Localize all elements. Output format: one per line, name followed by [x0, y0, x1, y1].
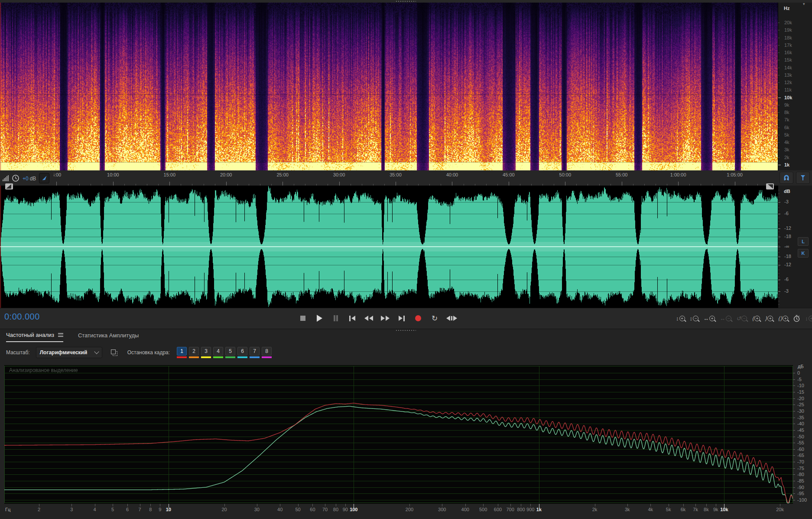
- amp-label: -18: [784, 254, 791, 259]
- ruler-tick: [226, 182, 227, 186]
- loop-playback-button[interactable]: ↻: [430, 313, 439, 323]
- panel-menu-icon[interactable]: [58, 333, 63, 337]
- chart-y-tick: [793, 373, 795, 373]
- chart-y-minitick: [793, 492, 794, 493]
- zoom-to-selection-button[interactable]: ⟨⟩+: [778, 316, 788, 321]
- frame-hold-button-1[interactable]: 1: [177, 347, 187, 358]
- frame-hold-button-4[interactable]: 4: [213, 347, 223, 358]
- clock-icon[interactable]: [12, 174, 19, 182]
- analysis-controls: Масштаб: Логарифмический Остановка кадра…: [6, 347, 272, 358]
- pin-playhead-button[interactable]: [39, 173, 49, 183]
- freq-tick: [778, 52, 780, 53]
- amp-tick: [778, 257, 780, 257]
- shuttle-button[interactable]: [446, 313, 457, 323]
- scale-label: Масштаб:: [6, 349, 30, 356]
- zoom-vertical-alt-modifier-icon: ↕: [805, 316, 808, 321]
- freq-label: 13k: [784, 73, 792, 78]
- snap-button[interactable]: [780, 172, 793, 184]
- channel-button-l[interactable]: L: [798, 237, 809, 246]
- freq-tick: [778, 157, 780, 158]
- spectrogram-canvas[interactable]: [0, 3, 778, 170]
- ruler-time-label: 20:00: [220, 172, 232, 177]
- marker-button[interactable]: [796, 172, 810, 184]
- frame-hold-button-6[interactable]: 6: [237, 347, 247, 358]
- chart-x-tick: [224, 504, 225, 506]
- chart-y-minitick: [793, 477, 794, 477]
- freq-tick: [778, 38, 780, 38]
- skip-start-icon: [349, 316, 351, 321]
- zoom-vertical-alt-button[interactable]: ↕+: [805, 316, 812, 321]
- selection-handle-right[interactable]: [766, 183, 774, 189]
- chart-y-tick: [793, 449, 795, 450]
- chart-y-minitick: [793, 384, 794, 385]
- chart-x-label: 20k: [776, 507, 784, 512]
- chart-x-label: 4k: [648, 507, 653, 512]
- zoom-out-horizontal-button[interactable]: ↔−: [720, 316, 731, 321]
- gain-readout[interactable]: +0dB: [23, 174, 36, 182]
- time-display[interactable]: 0:00.000: [4, 312, 40, 322]
- amp-minitick: [778, 204, 780, 204]
- stop-button[interactable]: [298, 313, 308, 323]
- zoom-in-vertical-button[interactable]: ↕+: [676, 316, 685, 321]
- chart-y-tick: [793, 443, 795, 443]
- chart-x-unit-label: Гц: [5, 507, 10, 512]
- frame-hold-button-2[interactable]: 2: [189, 347, 199, 358]
- waveform-canvas[interactable]: [0, 186, 778, 308]
- chart-y-minitick: [793, 414, 794, 414]
- chart-y-label: -90: [797, 485, 804, 490]
- freq-label: 6k: [784, 125, 789, 130]
- zoom-in-to-out-point-button[interactable]: ⟩+: [765, 316, 773, 321]
- frame-hold-button-3[interactable]: 3: [201, 347, 211, 358]
- chart-x-tick: [409, 504, 410, 506]
- rewind-button[interactable]: [364, 313, 374, 323]
- fast-forward-button[interactable]: [380, 313, 390, 323]
- frame-hold-button-5[interactable]: 5: [225, 347, 235, 358]
- skip-to-end-button[interactable]: [397, 313, 406, 323]
- chart-y-minitick: [793, 441, 794, 442]
- chart-x-label: 900: [526, 507, 534, 512]
- play-button[interactable]: [315, 313, 324, 323]
- freq-tick: [778, 120, 780, 120]
- zoom-reset-button[interactable]: ↺−: [736, 316, 747, 321]
- chart-y-minitick: [793, 486, 794, 486]
- chart-x-label: 6k: [681, 507, 686, 512]
- copy-icon[interactable]: [111, 349, 117, 356]
- chart-y-minitick: [793, 426, 794, 427]
- amp-label: -3: [784, 289, 789, 294]
- amp-tick: [778, 228, 780, 229]
- selection-handle-left[interactable]: [5, 183, 13, 189]
- pause-button[interactable]: [331, 313, 341, 323]
- chart-y-label: -30: [797, 408, 804, 414]
- frame-hold-button-8[interactable]: 8: [262, 347, 272, 358]
- scale-menu-arrow-icon[interactable]: ▾: [803, 2, 805, 6]
- amp-label: -∞: [784, 244, 789, 249]
- tab-amplitude-statistics[interactable]: Статистика Амплитуды: [78, 332, 139, 342]
- amplitude-scale: dB -3-6-12-18-∞-18-12-6-3: [778, 186, 812, 308]
- chart-y-label: -55: [797, 440, 804, 445]
- chart-y-minitick: [793, 470, 794, 470]
- chart-y-label: -85: [797, 478, 804, 483]
- chart-x-tick: [465, 504, 466, 506]
- channel-button-k[interactable]: K: [798, 249, 809, 258]
- frame-hold-button-7[interactable]: 7: [250, 347, 260, 358]
- zoom-in-to-in-point-button[interactable]: ⟨+: [752, 316, 760, 321]
- skip-to-start-button[interactable]: [348, 313, 357, 323]
- scale-select[interactable]: Логарифмический: [36, 347, 102, 358]
- chart-y-label: -75: [797, 466, 804, 471]
- zoom-out-vertical-button[interactable]: ↕−: [690, 316, 699, 321]
- freq-label: 8k: [784, 110, 789, 115]
- amp-minitick: [778, 277, 780, 277]
- timeline-ruler[interactable]: 5:0010:0015:0020:0025:0030:0035:0040:004…: [0, 170, 778, 186]
- chart-y-minitick: [793, 447, 794, 447]
- chart-x-tick: [71, 504, 72, 506]
- ruler-time-label: 35:00: [390, 172, 402, 177]
- chart-y-minitick: [793, 473, 794, 473]
- record-button[interactable]: [413, 313, 423, 323]
- chart-y-minitick: [793, 403, 794, 404]
- zoom-time-button[interactable]: [793, 315, 800, 322]
- frequency-analysis-chart[interactable]: [4, 365, 793, 504]
- chart-x-label: 800: [517, 507, 525, 512]
- tab-frequency-analysis[interactable]: Частотный анализ: [6, 332, 63, 342]
- zoom-in-horizontal-button[interactable]: ↔+: [703, 316, 715, 321]
- chart-x-label: 20: [221, 507, 227, 512]
